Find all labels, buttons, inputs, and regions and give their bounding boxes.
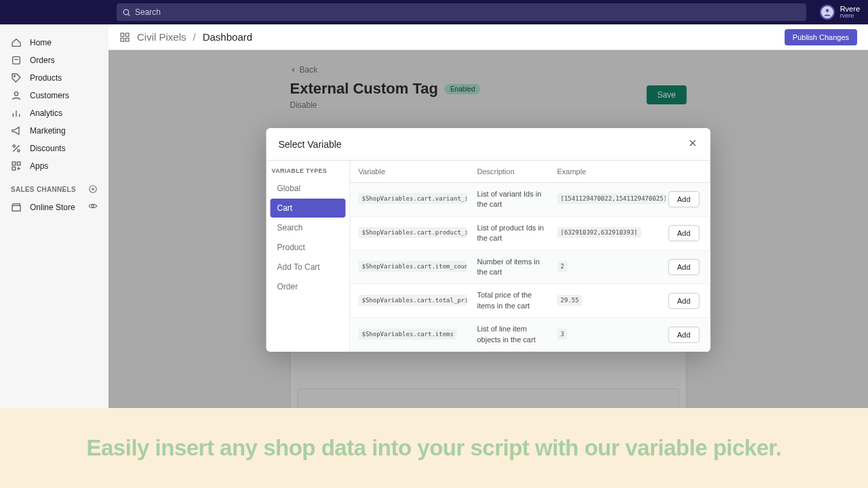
person-icon (11, 90, 22, 101)
col-variable: Variable (359, 167, 477, 176)
svg-rect-24 (121, 33, 124, 37)
variable-type-item[interactable]: Product (271, 238, 346, 257)
sidebar-item-label: Customers (30, 91, 69, 100)
add-variable-button[interactable]: Add (669, 327, 700, 343)
svg-rect-15 (12, 167, 16, 170)
svg-rect-14 (17, 162, 20, 165)
variable-row: $ShopVariables.cart.product_idsList of p… (351, 217, 711, 251)
variable-row: $ShopVariables.cart.itemsList of line it… (351, 318, 711, 352)
apps-icon (11, 161, 22, 171)
variable-description: List of variant Ids in the cart (477, 189, 557, 210)
promo-text: Easily insert any shop data into your sc… (87, 435, 782, 461)
close-icon (688, 138, 698, 148)
breadcrumb-app[interactable]: Civil Pixels (137, 31, 186, 43)
add-variable-button[interactable]: Add (669, 259, 700, 275)
sidebar-item-discounts[interactable]: Discounts (0, 140, 108, 157)
sidebar-section-channels: SALES CHANNELS (0, 175, 108, 198)
variable-example: 29.55 (557, 295, 583, 306)
svg-point-6 (14, 92, 18, 96)
svg-point-12 (18, 150, 20, 152)
tag-icon (11, 73, 22, 83)
variable-row: $ShopVariables.cart.total_priceTotal pri… (351, 284, 711, 318)
add-variable-button[interactable]: Add (669, 293, 700, 309)
app-icon (119, 32, 130, 43)
add-channel-icon[interactable] (88, 184, 98, 194)
sidebar-item-label: Apps (30, 161, 48, 171)
variable-type-item[interactable]: Search (271, 218, 346, 237)
sidebar-item-analytics[interactable]: Analytics (0, 104, 108, 122)
variable-example: 3 (557, 329, 568, 340)
publish-button[interactable]: Publish Changes (785, 29, 857, 45)
svg-rect-21 (12, 205, 20, 211)
svg-line-1 (128, 14, 130, 16)
svg-point-11 (13, 145, 15, 147)
col-description: Description (477, 167, 557, 176)
variable-description: Total price of the items in the cart (477, 290, 557, 311)
search-input[interactable] (135, 7, 801, 17)
breadcrumb-bar: Civil Pixels / Dashboard Publish Changes (108, 24, 868, 50)
sidebar-item-online-store[interactable]: Online Store (0, 198, 108, 216)
variable-types-label: VARIABLE TYPES (267, 161, 350, 178)
sidebar-item-label: Marketing (30, 126, 66, 136)
svg-point-5 (14, 75, 15, 77)
sidebar-item-label: Products (30, 73, 62, 83)
svg-line-10 (13, 145, 19, 151)
sidebar-item-customers[interactable]: Customers (0, 87, 108, 104)
variable-row: $ShopVariables.cart.variant_idsList of v… (351, 183, 711, 217)
search-icon (122, 8, 131, 17)
svg-rect-13 (12, 162, 16, 165)
close-button[interactable] (688, 138, 698, 150)
user-menu[interactable]: Rvere rvere (820, 5, 860, 20)
megaphone-icon (11, 125, 22, 136)
sidebar-item-label: Discounts (30, 144, 66, 153)
variable-code: $ShopVariables.cart.product_ids (359, 227, 467, 238)
view-store-icon[interactable] (88, 201, 98, 213)
col-example: Example (557, 167, 669, 176)
store-icon (11, 202, 22, 213)
user-handle: rvere (840, 13, 860, 20)
variable-types-list: VARIABLE TYPES GlobalCartSearchProductAd… (267, 161, 351, 352)
variable-example: 2 (557, 261, 568, 272)
svg-point-2 (825, 9, 829, 12)
select-variable-modal: Select Variable VARIABLE TYPES GlobalCar… (267, 128, 711, 352)
variable-example: [1541129470022,1541129470025] (557, 193, 666, 204)
promo-banner: Easily insert any shop data into your sc… (0, 408, 868, 488)
variable-table: Variable Description Example $ShopVariab… (351, 161, 711, 352)
avatar (820, 5, 835, 20)
variable-code: $ShopVariables.cart.items (359, 329, 457, 340)
sidebar-item-label: Home (30, 38, 52, 47)
add-variable-button[interactable]: Add (669, 225, 700, 241)
variable-description: List of product Ids in the cart (477, 223, 557, 244)
variable-example: [632910392,632910393] (557, 227, 642, 238)
orders-icon (11, 55, 22, 66)
variable-description: List of line item objects in the cart (477, 324, 557, 345)
variable-type-item[interactable]: Order (271, 277, 346, 296)
svg-point-0 (123, 9, 129, 15)
home-icon (11, 37, 22, 48)
sidebar-item-products[interactable]: Products (0, 69, 108, 87)
analytics-icon (11, 108, 22, 119)
sidebar-item-home[interactable]: Home (0, 34, 108, 52)
top-bar: Rvere rvere (0, 0, 868, 24)
variable-code: $ShopVariables.cart.item_count (359, 261, 467, 272)
sidebar-item-marketing[interactable]: Marketing (0, 122, 108, 140)
sidebar-item-label: Analytics (30, 108, 62, 118)
svg-rect-3 (13, 57, 20, 64)
add-variable-button[interactable]: Add (669, 191, 700, 207)
breadcrumb: Civil Pixels / Dashboard (119, 31, 252, 43)
svg-rect-26 (121, 38, 124, 41)
variable-type-item[interactable]: Cart (271, 199, 346, 218)
sidebar-item-orders[interactable]: Orders (0, 52, 108, 69)
variable-code: $ShopVariables.cart.total_price (359, 295, 467, 306)
variable-type-item[interactable]: Global (271, 179, 346, 198)
variable-description: Number of items in the cart (477, 257, 557, 278)
svg-rect-25 (125, 33, 129, 37)
percent-icon (11, 143, 22, 154)
sidebar-item-label: Online Store (30, 203, 75, 212)
sidebar-item-apps[interactable]: Apps (0, 157, 108, 175)
modal-title: Select Variable (279, 139, 342, 150)
variable-code: $ShopVariables.cart.variant_ids (359, 193, 467, 204)
variable-type-item[interactable]: Add To Cart (271, 258, 346, 277)
sidebar-item-label: Orders (30, 56, 55, 65)
search-wrap[interactable] (117, 3, 806, 21)
